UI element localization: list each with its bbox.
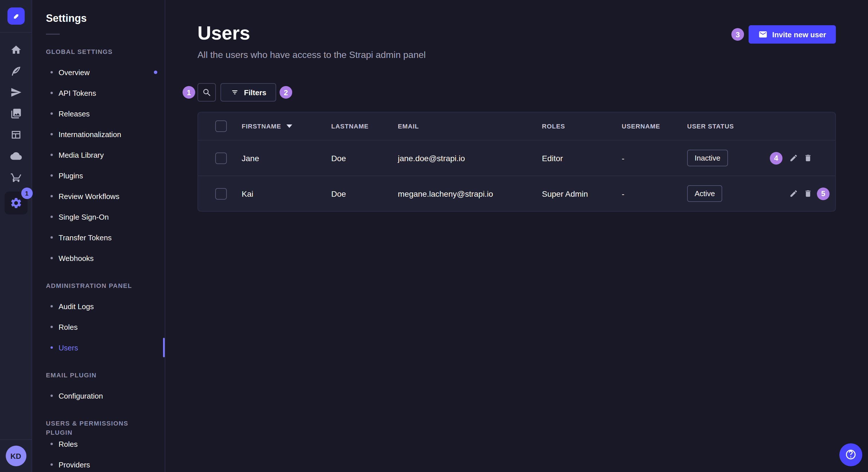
bullet-icon [51,112,53,115]
status-badge: Active [687,185,722,202]
sidebar-item-transfer-tokens[interactable]: Transfer Tokens [32,227,165,248]
sidebar-item-label: Media Library [59,150,104,159]
bullet-icon [51,463,53,466]
annotation-mark-5: 5 [817,187,830,200]
sort-caret-down-icon[interactable] [286,125,292,128]
help-button[interactable] [839,443,862,466]
bullet-icon [51,154,53,156]
sidebar-item-label: Webhooks [59,254,94,262]
sidebar-item-label: Transfer Tokens [59,233,112,242]
page-header: Users All the users who have access to t… [197,22,836,60]
annotation-mark-3: 3 [732,28,744,41]
feather-icon[interactable] [4,64,27,78]
strapi-logo-icon [11,11,21,21]
column-header-user-status[interactable]: USER STATUS [687,123,764,130]
table-row[interactable]: Kai Doe megane.lacheny@strapi.io Super A… [198,175,835,211]
delete-user-button[interactable] [804,154,812,162]
column-header-roles[interactable]: ROLES [542,123,622,130]
cell-username: - [622,189,687,198]
cell-username: - [622,154,687,163]
bullet-icon [51,305,53,307]
envelope-icon [758,30,768,39]
sidebar-item-label: Review Workflows [59,192,119,200]
sidebar-item-label: Overview [59,68,90,76]
column-header-username[interactable]: USERNAME [622,123,687,130]
rail-user-area: KD [0,439,32,472]
sidebar-item-api-tokens[interactable]: API Tokens [32,82,165,103]
search-button[interactable] [197,83,216,102]
cart-icon[interactable] [4,170,27,184]
sidebar-item-overview[interactable]: Overview [32,62,165,82]
trash-icon [804,154,812,162]
strapi-logo[interactable] [7,7,24,25]
layout-icon[interactable] [4,128,27,142]
settings-gear-icon[interactable]: 1 [4,192,27,214]
sidebar-item-label: Releases [59,109,90,118]
nav-section-users-permissions-plugin: USERS & PERMISSIONS PLUGIN Roles Provide… [32,419,165,472]
filter-icon [230,88,239,97]
nav-section-email-plugin: EMAIL PLUGIN Configuration [32,370,165,406]
delete-user-button[interactable] [804,189,812,198]
column-header-firstname[interactable]: FIRSTNAME [242,123,331,130]
bullet-icon [51,195,53,197]
sidebar-item-admin-roles[interactable]: Roles [32,316,165,337]
settings-notification-badge: 1 [21,188,32,199]
sidebar-item-label: Users [59,343,78,352]
sidebar-item-label: Single Sign-On [59,212,109,221]
column-header-email[interactable]: EMAIL [398,123,542,130]
settings-subnav: Settings GLOBAL SETTINGS Overview API To… [32,0,165,472]
active-indicator [163,338,165,357]
row-checkbox[interactable] [215,152,227,164]
sidebar-item-plugins[interactable]: Plugins [32,165,165,186]
trash-icon [804,189,812,198]
sidebar-item-label: Providers [59,460,90,469]
filters-button[interactable]: Filters [220,83,276,102]
edit-user-button[interactable] [789,154,798,162]
sidebar-item-webhooks[interactable]: Webhooks [32,248,165,268]
cell-lastname: Doe [331,189,398,198]
cloud-icon[interactable] [4,149,27,163]
column-header-lastname[interactable]: LASTNAME [331,123,398,130]
sidebar-item-media-library[interactable]: Media Library [32,144,165,165]
user-avatar[interactable]: KD [5,446,26,466]
table-row[interactable]: Jane Doe jane.doe@strapi.io Editor - Ina… [198,140,835,175]
annotation-mark-2: 2 [280,86,292,99]
rail-icon-list: 1 [0,33,32,439]
page-title: Users [197,22,426,45]
sidebar-item-review-workflows[interactable]: Review Workflows [32,186,165,206]
sidebar-item-users[interactable]: Users [32,337,165,358]
cell-roles: Super Admin [542,189,622,198]
sidebar-item-internationalization[interactable]: Internationalization [32,124,165,144]
filters-button-label: Filters [244,88,267,97]
cell-firstname: Kai [242,189,331,198]
select-all-checkbox[interactable] [215,121,227,132]
bullet-icon [51,174,53,177]
bullet-icon [51,346,53,349]
sidebar-item-up-roles[interactable]: Roles [32,434,165,454]
subnav-title: Settings [32,12,165,25]
subnav-divider [46,34,60,34]
paper-plane-icon[interactable] [4,86,27,99]
sidebar-item-label: Roles [59,440,78,448]
cell-roles: Editor [542,154,622,163]
bullet-icon [51,71,53,73]
logo-area [0,0,32,33]
section-label: USERS & PERMISSIONS PLUGIN [32,419,165,428]
media-library-icon[interactable] [4,107,27,121]
sidebar-item-audit-logs[interactable]: Audit Logs [32,296,165,316]
sidebar-item-single-sign-on[interactable]: Single Sign-On [32,206,165,227]
annotation-mark-1: 1 [183,86,195,99]
sidebar-item-providers[interactable]: Providers [32,454,165,472]
home-icon[interactable] [4,43,27,57]
edit-user-button[interactable] [789,189,798,198]
section-label: GLOBAL SETTINGS [32,47,165,56]
row-checkbox[interactable] [215,188,227,199]
pencil-icon [789,154,798,162]
bullet-icon [51,92,53,94]
nav-section-global-settings: GLOBAL SETTINGS Overview API Tokens Rele… [32,47,165,268]
sidebar-item-configuration[interactable]: Configuration [32,385,165,406]
sidebar-item-releases[interactable]: Releases [32,103,165,124]
sidebar-item-label: API Tokens [59,89,96,97]
invite-new-user-button[interactable]: Invite new user [749,25,836,43]
table-header-row: FIRSTNAME LASTNAME EMAIL ROLES USERNAME … [198,112,835,140]
